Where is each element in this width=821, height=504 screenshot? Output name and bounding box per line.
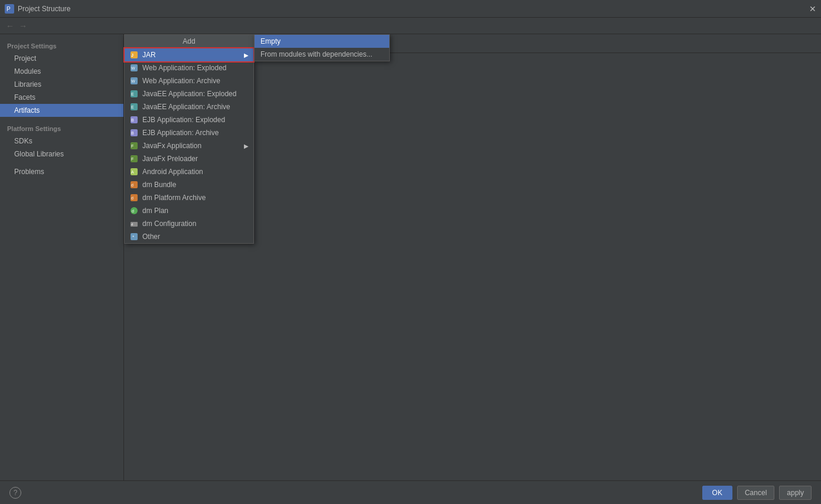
bottom-bar: ? OK Cancel apply bbox=[0, 480, 821, 504]
svg-text:E: E bbox=[131, 105, 134, 109]
svg-text:F: F bbox=[131, 157, 133, 161]
menu-item-javaee-exploded[interactable]: E JavaEE Application: Exploded bbox=[125, 87, 253, 100]
title-bar: P Project Structure ✕ bbox=[0, 0, 821, 18]
menu-item-other[interactable]: * Other bbox=[125, 230, 253, 243]
web-exploded-icon: W bbox=[129, 63, 139, 73]
sidebar-item-global-libraries[interactable]: Global Libraries bbox=[0, 148, 123, 161]
jar-arrow-icon: ▶ bbox=[244, 52, 249, 58]
javafx-app-icon: F bbox=[129, 141, 139, 150]
dm-platform-icon: d bbox=[129, 193, 139, 202]
ejb-archive-icon: B bbox=[129, 128, 139, 138]
menu-item-web-exploded[interactable]: W Web Application: Exploded bbox=[125, 61, 253, 74]
cancel-button[interactable]: Cancel bbox=[737, 486, 774, 500]
add-menu-header: Add bbox=[125, 35, 253, 48]
forward-button[interactable]: → bbox=[18, 21, 28, 31]
window-title: Project Structure bbox=[18, 5, 70, 13]
sidebar-item-sdks[interactable]: SDKs bbox=[0, 135, 123, 148]
help-button[interactable]: ? bbox=[9, 487, 21, 499]
bottom-left: ? bbox=[9, 487, 21, 499]
sidebar-item-problems[interactable]: Problems bbox=[0, 165, 123, 178]
svg-text:d: d bbox=[131, 183, 133, 187]
jar-submenu: Empty From modules with dependencies... bbox=[254, 34, 390, 61]
sidebar-divider-2 bbox=[0, 161, 123, 165]
submenu-item-from-modules[interactable]: From modules with dependencies... bbox=[255, 48, 389, 61]
svg-text:F: F bbox=[131, 144, 133, 148]
back-button[interactable]: ← bbox=[5, 21, 15, 31]
svg-text:W: W bbox=[131, 79, 135, 83]
menu-item-jar[interactable]: J JAR ▶ bbox=[125, 48, 253, 61]
menu-item-javaee-archive[interactable]: E JavaEE Application: Archive bbox=[125, 100, 253, 113]
ejb-exploded-icon: B bbox=[129, 115, 139, 125]
sidebar-item-project[interactable]: Project bbox=[0, 52, 123, 65]
javafx-arrow-icon: ▶ bbox=[244, 143, 249, 149]
app-icon: P bbox=[5, 4, 14, 14]
sidebar-item-libraries[interactable]: Libraries bbox=[0, 78, 123, 91]
menu-item-ejb-archive[interactable]: B EJB Application: Archive bbox=[125, 126, 253, 139]
svg-text:A: A bbox=[131, 170, 134, 174]
panels-row: Project Settings Project Modules Librari… bbox=[0, 34, 821, 480]
svg-text:d: d bbox=[131, 196, 133, 200]
menu-item-ejb-exploded[interactable]: B EJB Application: Exploded bbox=[125, 113, 253, 126]
javafx-preloader-icon: F bbox=[129, 154, 139, 163]
svg-text:d: d bbox=[132, 209, 134, 213]
menu-item-dm-config[interactable]: d dm Configuration bbox=[125, 217, 253, 230]
menu-item-android-app[interactable]: A Android Application bbox=[125, 165, 253, 178]
add-menu: Add J JAR ▶ bbox=[124, 34, 254, 244]
svg-text:P: P bbox=[6, 6, 11, 12]
menu-item-javafx-preloader[interactable]: F JavaFx Preloader bbox=[125, 152, 253, 165]
jar-icon: J bbox=[129, 50, 139, 60]
javaee-archive-icon: E bbox=[129, 102, 139, 112]
svg-text:*: * bbox=[132, 234, 134, 240]
menu-item-javafx-app[interactable]: F JavaFx Application ▶ bbox=[125, 139, 253, 152]
other-icon: * bbox=[129, 232, 139, 241]
dm-bundle-icon: d bbox=[129, 180, 139, 189]
web-archive-icon: W bbox=[129, 76, 139, 86]
title-bar-left: P Project Structure bbox=[5, 4, 70, 14]
svg-text:E: E bbox=[131, 92, 134, 96]
menu-item-web-archive[interactable]: W Web Application: Archive bbox=[125, 74, 253, 87]
ok-button[interactable]: OK bbox=[702, 486, 732, 500]
svg-text:B: B bbox=[131, 118, 134, 122]
android-app-icon: A bbox=[129, 167, 139, 176]
bottom-right: OK Cancel apply bbox=[702, 486, 812, 500]
javaee-exploded-icon: E bbox=[129, 89, 139, 99]
right-panel: + − ⧉ Add J bbox=[124, 34, 821, 480]
sidebar-divider bbox=[0, 117, 123, 122]
menu-item-dm-platform[interactable]: d dm Platform Archive bbox=[125, 191, 253, 204]
submenu-item-empty[interactable]: Empty bbox=[255, 35, 389, 48]
apply-button[interactable]: apply bbox=[779, 486, 812, 500]
sidebar: Project Settings Project Modules Librari… bbox=[0, 34, 124, 480]
sidebar-item-artifacts[interactable]: Artifacts bbox=[0, 104, 123, 117]
dm-plan-icon: d bbox=[129, 206, 139, 215]
svg-text:J: J bbox=[131, 53, 133, 57]
menu-item-dm-plan[interactable]: d dm Plan bbox=[125, 204, 253, 217]
sidebar-item-facets[interactable]: Facets bbox=[0, 91, 123, 104]
project-settings-label: Project Settings bbox=[0, 39, 123, 52]
platform-settings-label: Platform Settings bbox=[0, 122, 123, 135]
menu-item-dm-bundle[interactable]: d dm Bundle bbox=[125, 178, 253, 191]
dm-config-icon: d bbox=[129, 219, 139, 228]
svg-text:d: d bbox=[131, 222, 133, 226]
svg-text:B: B bbox=[131, 131, 134, 135]
nav-area: ← → bbox=[0, 18, 821, 34]
dropdown-container: Add J JAR ▶ bbox=[124, 34, 254, 244]
sidebar-item-modules[interactable]: Modules bbox=[0, 65, 123, 78]
main-layout: ← → Project Settings Project Modules Lib… bbox=[0, 18, 821, 504]
close-button[interactable]: ✕ bbox=[809, 4, 816, 14]
svg-text:W: W bbox=[131, 66, 135, 70]
jar-row-wrapper: J JAR ▶ bbox=[125, 48, 253, 61]
